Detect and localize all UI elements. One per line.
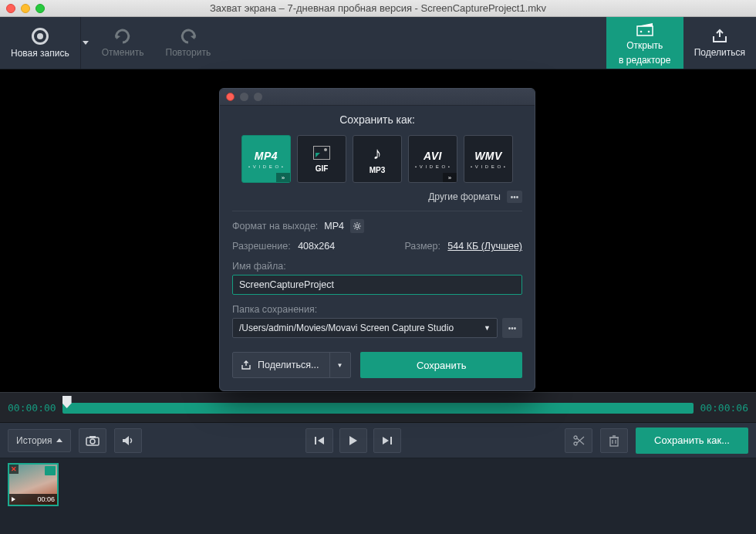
timeline-track[interactable] bbox=[62, 397, 694, 417]
output-format-label: Формат на выходе: bbox=[232, 221, 318, 232]
screenshot-button[interactable] bbox=[79, 428, 106, 453]
main-toolbar: Новая запись Отменить Повторить Открыть … bbox=[0, 17, 756, 69]
clip-thumbnail[interactable]: ✕ 00:06 bbox=[8, 463, 59, 506]
svg-rect-4 bbox=[89, 436, 96, 438]
image-icon bbox=[313, 146, 330, 160]
new-record-label: Новая запись bbox=[11, 48, 69, 59]
clip-duration: 00:06 bbox=[37, 495, 55, 503]
share-icon bbox=[711, 29, 728, 44]
window-title: Захват экрана – 7-дневная пробная версия… bbox=[0, 2, 756, 14]
svg-point-8 bbox=[574, 436, 577, 439]
format-sublabel: • V I D E O • bbox=[415, 164, 451, 169]
volume-button[interactable] bbox=[114, 428, 142, 453]
save-as-button[interactable]: Сохранить как... bbox=[636, 428, 748, 454]
dialog-share-label: Поделиться... bbox=[258, 360, 319, 370]
history-button[interactable]: История bbox=[8, 429, 71, 452]
timeline-row: 00:00:00 00:00:06 bbox=[0, 392, 756, 423]
clapperboard-icon bbox=[636, 20, 654, 37]
timeline-end-time: 00:00:06 bbox=[700, 402, 748, 414]
browse-folder-button[interactable]: ••• bbox=[502, 318, 522, 338]
dialog-share-button[interactable]: Поделиться... ▼ bbox=[232, 352, 351, 378]
format-label: MP4 bbox=[255, 150, 278, 162]
filename-label: Имя файла: bbox=[232, 261, 522, 272]
format-tile-avi[interactable]: AVI • V I D E O • » bbox=[408, 135, 457, 183]
format-tile-mp3[interactable]: ♪ MP3 bbox=[353, 135, 402, 183]
format-label: GIF bbox=[316, 164, 329, 173]
dialog-titlebar[interactable] bbox=[220, 89, 535, 106]
history-label: История bbox=[16, 435, 52, 446]
dialog-zoom-button bbox=[254, 93, 262, 101]
prev-button[interactable] bbox=[305, 428, 333, 453]
format-tile-gif[interactable]: GIF bbox=[297, 135, 346, 183]
save-as-label: Сохранить как... bbox=[654, 434, 730, 446]
play-button[interactable] bbox=[339, 428, 367, 453]
share-icon bbox=[241, 360, 251, 370]
save-dialog: Сохранить как: MP4 • V I D E O • » GIF ♪… bbox=[219, 88, 535, 391]
scissors-icon bbox=[572, 435, 585, 446]
filename-input[interactable] bbox=[232, 275, 522, 295]
cut-button[interactable] bbox=[565, 428, 592, 453]
format-label: MP3 bbox=[370, 166, 386, 174]
size-label: Размер: bbox=[404, 241, 440, 252]
svg-rect-6 bbox=[315, 437, 316, 444]
trash-icon bbox=[609, 434, 619, 447]
speaker-icon bbox=[121, 435, 135, 446]
open-editor-line1: Открыть bbox=[626, 40, 663, 52]
chevron-down-icon: ▼ bbox=[336, 362, 343, 369]
open-editor-line2: в редакторе bbox=[619, 55, 670, 66]
folder-select[interactable]: /Users/admin/Movies/Movavi Screen Captur… bbox=[232, 318, 498, 338]
clip-badge-icon bbox=[45, 466, 56, 475]
format-tile-wmv[interactable]: WMV • V I D E O • bbox=[464, 135, 513, 183]
format-tile-mp4[interactable]: MP4 • V I D E O • » bbox=[241, 135, 291, 183]
redo-label: Повторить bbox=[166, 47, 211, 58]
folder-value: /Users/admin/Movies/Movavi Screen Captur… bbox=[239, 323, 454, 333]
delete-button[interactable] bbox=[600, 428, 628, 453]
dialog-minimize-button bbox=[240, 93, 248, 101]
redo-icon bbox=[178, 29, 198, 44]
svg-rect-0 bbox=[637, 26, 653, 35]
timeline-start-time: 00:00:00 bbox=[8, 402, 56, 414]
thumbnail-strip: ✕ 00:06 bbox=[0, 458, 756, 534]
new-record-dropdown[interactable] bbox=[80, 17, 91, 69]
new-record-button[interactable]: Новая запись bbox=[0, 17, 80, 69]
svg-point-11 bbox=[356, 225, 359, 228]
chevron-up-icon bbox=[56, 438, 62, 442]
format-label: WMV bbox=[474, 150, 502, 162]
chevron-down-icon: ▼ bbox=[484, 324, 491, 332]
format-settings-button[interactable] bbox=[350, 219, 364, 233]
play-icon bbox=[349, 435, 358, 446]
other-formats-label: Другие форматы bbox=[428, 191, 501, 202]
svg-point-1 bbox=[640, 30, 642, 32]
other-formats-button[interactable]: ••• bbox=[507, 191, 522, 203]
folder-label: Папка сохранения: bbox=[232, 304, 522, 315]
window-titlebar: Захват экрана – 7-дневная пробная версия… bbox=[0, 0, 756, 17]
undo-label: Отменить bbox=[102, 47, 144, 58]
next-button[interactable] bbox=[373, 428, 401, 453]
skip-forward-icon bbox=[382, 436, 393, 445]
save-button[interactable]: Сохранить bbox=[360, 352, 522, 378]
share-button[interactable]: Поделиться bbox=[683, 17, 756, 69]
dialog-close-button[interactable] bbox=[226, 93, 235, 101]
format-sublabel: • V I D E O • bbox=[471, 164, 506, 169]
controls-row: История Сохранить как... bbox=[0, 423, 756, 458]
remove-clip-button[interactable]: ✕ bbox=[9, 465, 19, 474]
output-format-value: MP4 bbox=[324, 221, 344, 232]
format-expand-icon[interactable]: » bbox=[443, 173, 457, 182]
resolution-label: Разрешение: bbox=[232, 241, 291, 252]
format-label: AVI bbox=[424, 150, 442, 162]
undo-button[interactable]: Отменить bbox=[91, 17, 155, 69]
svg-point-9 bbox=[574, 442, 577, 445]
dialog-title: Сохранить как: bbox=[220, 106, 535, 135]
size-value-link[interactable]: 544 КБ (Лучшее) bbox=[447, 241, 522, 252]
open-in-editor-button[interactable]: Открыть в редакторе bbox=[606, 17, 683, 69]
svg-rect-10 bbox=[610, 438, 618, 446]
record-icon bbox=[32, 28, 49, 45]
format-expand-icon[interactable]: » bbox=[276, 173, 290, 182]
chevron-down-icon bbox=[83, 41, 89, 45]
music-note-icon: ♪ bbox=[373, 144, 382, 164]
svg-rect-7 bbox=[390, 437, 392, 444]
format-sublabel: • V I D E O • bbox=[248, 164, 284, 169]
redo-button[interactable]: Повторить bbox=[155, 17, 222, 69]
save-label: Сохранить bbox=[417, 360, 467, 371]
format-tiles: MP4 • V I D E O • » GIF ♪ MP3 AVI • V I … bbox=[232, 135, 522, 183]
